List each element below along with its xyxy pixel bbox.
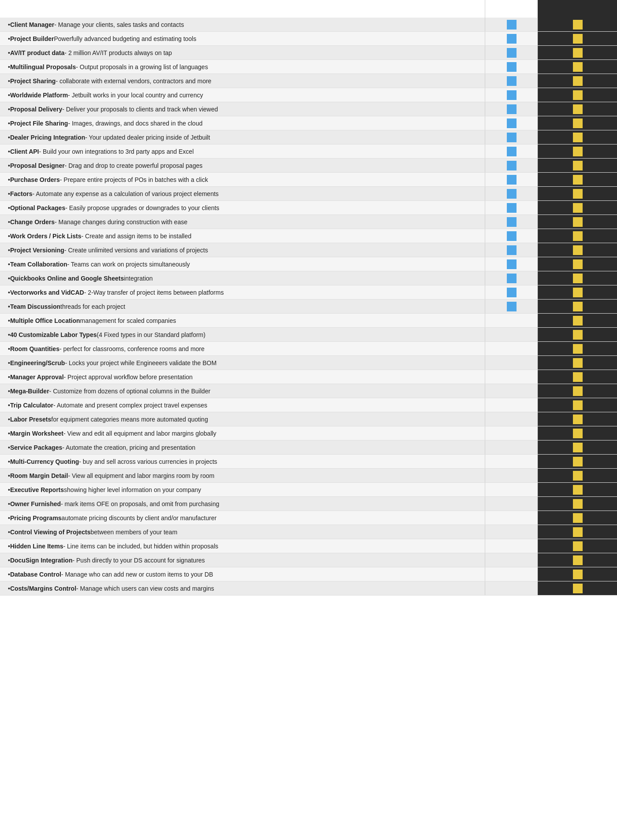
- table-row: • Change Orders - Manage changes during …: [0, 215, 617, 229]
- included-indicator: [573, 386, 583, 396]
- enterprise-indicator: [538, 74, 617, 88]
- included-indicator: [507, 189, 517, 199]
- lite-header: [485, 0, 538, 18]
- table-row: • Mega-Builder - Customize from dozens o…: [0, 384, 617, 398]
- lite-indicator: [485, 215, 538, 229]
- enterprise-indicator: [538, 173, 617, 186]
- included-indicator: [573, 34, 583, 44]
- enterprise-indicator: [538, 300, 617, 313]
- included-indicator: [507, 302, 517, 311]
- included-indicator: [507, 34, 517, 44]
- enterprise-indicator: [538, 314, 617, 327]
- included-indicator: [573, 161, 583, 170]
- table-row: • Proposal Designer - Drag and drop to c…: [0, 159, 617, 173]
- table-row: • Purchase Orders - Prepare entire proje…: [0, 173, 617, 187]
- included-indicator: [573, 104, 583, 114]
- feature-description: • Manager Approval - Project approval wo…: [0, 370, 485, 384]
- lite-indicator: [485, 74, 538, 88]
- features-list: • Client Manager - Manage your clients, …: [0, 18, 617, 596]
- lite-indicator: [485, 440, 538, 454]
- table-row: • Project File Sharing - Images, drawing…: [0, 116, 617, 130]
- feature-description: • Service Packages - Automate the creati…: [0, 440, 485, 454]
- included-indicator: [507, 161, 517, 170]
- included-indicator: [573, 231, 583, 241]
- table-row: • Labor Presets for equipment categories…: [0, 412, 617, 426]
- enterprise-indicator: [538, 32, 617, 45]
- lite-indicator: [485, 384, 538, 398]
- table-row: • Multilingual Proposals - Output propos…: [0, 60, 617, 74]
- included-indicator: [507, 259, 517, 269]
- enterprise-indicator: [538, 497, 617, 511]
- included-indicator: [573, 316, 583, 326]
- enterprise-indicator: [538, 356, 617, 370]
- included-indicator: [573, 48, 583, 58]
- enterprise-indicator: [538, 553, 617, 567]
- enterprise-indicator: [538, 215, 617, 229]
- enterprise-indicator: [538, 102, 617, 116]
- feature-description: • Dealer Pricing Integration - Your upda…: [0, 130, 485, 144]
- included-indicator: [573, 499, 583, 509]
- feature-description: • Room Quantities - perfect for classroo…: [0, 342, 485, 355]
- included-indicator: [507, 274, 517, 283]
- included-indicator: [573, 443, 583, 452]
- enterprise-indicator: [538, 159, 617, 172]
- feature-description: • Optional Packages - Easily propose upg…: [0, 201, 485, 215]
- lite-indicator: [485, 356, 538, 370]
- feature-description: • Labor Presets for equipment categories…: [0, 412, 485, 426]
- included-indicator: [573, 133, 583, 142]
- feature-description: • Multiple Office Location management fo…: [0, 314, 485, 327]
- included-indicator: [507, 118, 517, 128]
- lite-indicator: [485, 257, 538, 271]
- enterprise-indicator: [538, 18, 617, 31]
- feature-description: • Margin Worksheet - View and edit all e…: [0, 426, 485, 440]
- feature-description: • Team Discussion threads for each proje…: [0, 300, 485, 313]
- enterprise-indicator: [538, 88, 617, 102]
- included-indicator: [507, 288, 517, 297]
- feature-description: • Factors - Automate any expense as a ca…: [0, 187, 485, 200]
- lite-indicator: [485, 229, 538, 243]
- enterprise-indicator: [538, 285, 617, 299]
- table-row: • Project Sharing - collaborate with ext…: [0, 74, 617, 88]
- feature-description: • Room Margin Detail- View all equipment…: [0, 469, 485, 482]
- enterprise-indicator: [538, 483, 617, 496]
- included-indicator: [507, 175, 517, 185]
- included-indicator: [507, 20, 517, 30]
- enterprise-indicator: [538, 525, 617, 539]
- lite-indicator: [485, 300, 538, 313]
- included-indicator: [573, 203, 583, 213]
- lite-indicator: [485, 511, 538, 525]
- enterprise-indicator: [538, 46, 617, 59]
- enterprise-indicator: [538, 567, 617, 581]
- included-indicator: [573, 118, 583, 128]
- included-indicator: [573, 20, 583, 30]
- included-indicator: [507, 76, 517, 86]
- lite-indicator: [485, 469, 538, 482]
- table-row: • Factors - Automate any expense as a ca…: [0, 187, 617, 201]
- feature-description: • Client Manager - Manage your clients, …: [0, 18, 485, 31]
- feature-description: • Quickbooks Online and Google Sheets in…: [0, 271, 485, 285]
- table-row: • Dealer Pricing Integration - Your upda…: [0, 130, 617, 144]
- enterprise-indicator: [538, 229, 617, 243]
- included-indicator: [573, 471, 583, 481]
- feature-description: • Engineering/Scrub - Locks your project…: [0, 356, 485, 370]
- feature-description: • Work Orders / Pick Lists - Create and …: [0, 229, 485, 243]
- included-indicator: [573, 344, 583, 354]
- feature-description: • Change Orders - Manage changes during …: [0, 215, 485, 229]
- included-indicator: [573, 555, 583, 565]
- feature-description: • Multilingual Proposals - Output propos…: [0, 60, 485, 74]
- included-indicator: [507, 147, 517, 156]
- table-row: • Quickbooks Online and Google Sheets in…: [0, 271, 617, 285]
- table-row: • Executive Reports showing higher level…: [0, 483, 617, 497]
- table-row: • Proposal Delivery - Deliver your propo…: [0, 102, 617, 116]
- included-indicator: [573, 527, 583, 537]
- lite-indicator: [485, 539, 538, 553]
- lite-indicator: [485, 144, 538, 158]
- lite-indicator: [485, 370, 538, 384]
- table-row: • Control Viewing of Projects between me…: [0, 525, 617, 539]
- lite-indicator: [485, 525, 538, 539]
- included-indicator: [573, 414, 583, 424]
- enterprise-indicator: [538, 469, 617, 482]
- platform-header: [0, 0, 485, 18]
- included-indicator: [507, 133, 517, 142]
- included-indicator: [573, 259, 583, 269]
